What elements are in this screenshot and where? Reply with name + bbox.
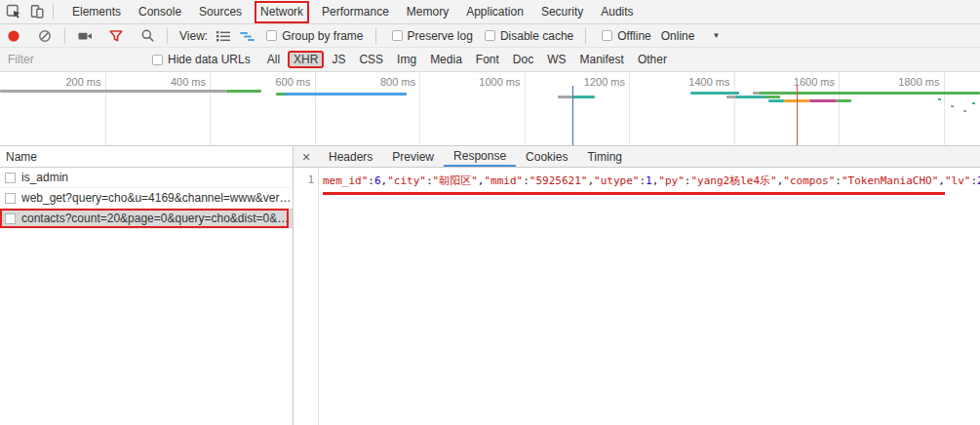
tab-elements[interactable]: Elements <box>63 0 130 23</box>
clear-icon[interactable] <box>33 24 57 48</box>
disable-cache-checkbox[interactable] <box>485 30 495 41</box>
filter-input[interactable] <box>0 51 146 68</box>
filter-type-font[interactable]: Font <box>470 51 505 68</box>
record-button[interactable] <box>2 24 25 48</box>
json-token: "utype" <box>594 174 639 187</box>
close-icon[interactable]: × <box>294 146 319 167</box>
devtools-tabbar: ElementsConsoleSourcesNetworkPerformance… <box>0 0 980 24</box>
offline-checkbox[interactable] <box>602 30 612 41</box>
group-by-frame-checkbox[interactable] <box>266 30 277 41</box>
waterfall-bar <box>735 96 767 98</box>
hide-data-urls-label: Hide data URLs <box>168 53 251 66</box>
filter-type-media[interactable]: Media <box>424 51 468 68</box>
waterfall-dot <box>951 105 954 107</box>
json-token: "lv" <box>945 174 971 187</box>
request-row[interactable]: web_get?query=cho&u=4169&channel=www&ver… <box>0 188 293 209</box>
json-token: "city" <box>387 174 426 187</box>
detail-tab-timing[interactable]: Timing <box>577 146 632 167</box>
timeline-tick-label: 800 ms <box>355 76 415 88</box>
request-row[interactable]: is_admin <box>0 168 293 188</box>
favicon-placeholder-icon <box>5 193 16 204</box>
request-name: is_admin <box>21 171 68 184</box>
line-number-gutter: 1 <box>294 168 319 425</box>
detail-tabs: HeadersPreviewResponseCookiesTiming <box>319 146 632 167</box>
tab-performance[interactable]: Performance <box>313 0 398 23</box>
detail-tabstrip: × HeadersPreviewResponseCookiesTiming <box>294 146 980 168</box>
favicon-placeholder-icon <box>5 173 16 183</box>
detail-tab-response[interactable]: Response <box>444 146 516 167</box>
json-token: : <box>523 174 529 187</box>
timeline-gridline <box>839 72 840 145</box>
tab-security[interactable]: Security <box>532 0 592 23</box>
waterfall-dot <box>963 110 966 112</box>
detail-tab-cookies[interactable]: Cookies <box>516 146 577 167</box>
json-token: "py" <box>658 174 685 187</box>
search-icon[interactable] <box>136 24 159 48</box>
detail-tab-preview[interactable]: Preview <box>382 146 444 167</box>
waterfall-bar <box>765 96 780 98</box>
filter-funnel-icon[interactable] <box>104 24 128 48</box>
filter-type-xhr[interactable]: XHR <box>288 51 324 68</box>
response-body[interactable]: mem_id":6,"city":"朝阳区","mmid":"5925621",… <box>319 168 980 425</box>
waterfall-bar <box>572 96 595 98</box>
request-row[interactable]: contacts?count=20&page=0&query=cho&dist=… <box>0 209 293 229</box>
detail-tab-headers[interactable]: Headers <box>319 146 382 167</box>
show-overview-icon[interactable] <box>235 24 258 48</box>
filter-type-js[interactable]: JS <box>326 51 351 68</box>
device-toolbar-icon[interactable] <box>25 0 49 23</box>
json-token: , <box>938 174 945 187</box>
waterfall-bar <box>726 96 735 98</box>
waterfall-dot <box>972 102 975 104</box>
preserve-log-checkbox[interactable] <box>392 30 403 41</box>
network-toolbar: View: Group by frame Preserve log Disabl… <box>0 24 980 48</box>
timeline-tick-label: 1600 ms <box>774 76 835 88</box>
line-number: 1 <box>307 174 314 186</box>
capture-screenshots-icon[interactable] <box>73 24 97 48</box>
filter-type-ws[interactable]: WS <box>541 51 571 68</box>
filter-type-other[interactable]: Other <box>632 51 673 68</box>
tab-network[interactable]: Network <box>255 1 309 23</box>
json-token: : <box>426 174 433 187</box>
divider <box>53 4 54 19</box>
tab-console[interactable]: Console <box>130 0 190 23</box>
tab-audits[interactable]: Audits <box>592 0 642 23</box>
chevron-down-icon[interactable]: ▼ <box>712 31 720 40</box>
filter-type-doc[interactable]: Doc <box>507 51 539 68</box>
waterfall-bar <box>809 99 837 102</box>
tab-sources[interactable]: Sources <box>190 0 251 23</box>
timeline-overview[interactable]: 200 ms400 ms600 ms800 ms1000 ms1200 ms14… <box>0 72 980 146</box>
request-type-filters: AllXHRJSCSSImgMediaFontDocWSManifestOthe… <box>260 51 674 68</box>
network-filterbar: Hide data URLs AllXHRJSCSSImgMediaFontDo… <box>0 48 980 72</box>
json-token: "yang2杨le4乐" <box>690 174 776 187</box>
throttling-select[interactable]: Online <box>661 29 695 43</box>
timeline-tick-label: 1000 ms <box>460 76 521 88</box>
hide-data-urls-checkbox[interactable] <box>152 55 163 65</box>
divider <box>64 28 65 44</box>
filter-type-img[interactable]: Img <box>391 51 422 68</box>
json-token: : <box>835 174 842 187</box>
timeline-gridline <box>315 72 316 145</box>
tab-memory[interactable]: Memory <box>398 0 457 23</box>
waterfall-bar <box>768 99 784 102</box>
large-rows-icon[interactable] <box>212 24 235 48</box>
waterfall-bar <box>690 92 739 95</box>
filter-type-manifest[interactable]: Manifest <box>574 51 630 68</box>
json-token: "TokenManiaCHO" <box>842 174 938 187</box>
inspect-element-icon[interactable] <box>2 0 25 23</box>
request-list: is_adminweb_get?query=cho&u=4169&channel… <box>0 168 293 229</box>
response-line: mem_id":6,"city":"朝阳区","mmid":"5925621",… <box>323 174 980 188</box>
timeline-gridline <box>734 72 735 145</box>
detail-panel: × HeadersPreviewResponseCookiesTiming 1 … <box>294 146 980 425</box>
json-token: "compos" <box>783 174 835 187</box>
event-marker-load <box>797 86 798 145</box>
timeline-tick-label: 200 ms <box>41 76 101 88</box>
timeline-gridline <box>210 72 211 145</box>
filter-type-all[interactable]: All <box>261 51 286 68</box>
filter-type-css[interactable]: CSS <box>353 51 389 68</box>
waterfall-bar <box>837 99 851 102</box>
name-column-header[interactable]: Name <box>0 146 293 168</box>
panel-tabs: ElementsConsoleSourcesNetworkPerformance… <box>63 0 643 23</box>
tab-application[interactable]: Application <box>457 0 532 23</box>
waterfall-bar <box>558 96 572 98</box>
offline-label: Offline <box>617 29 650 43</box>
